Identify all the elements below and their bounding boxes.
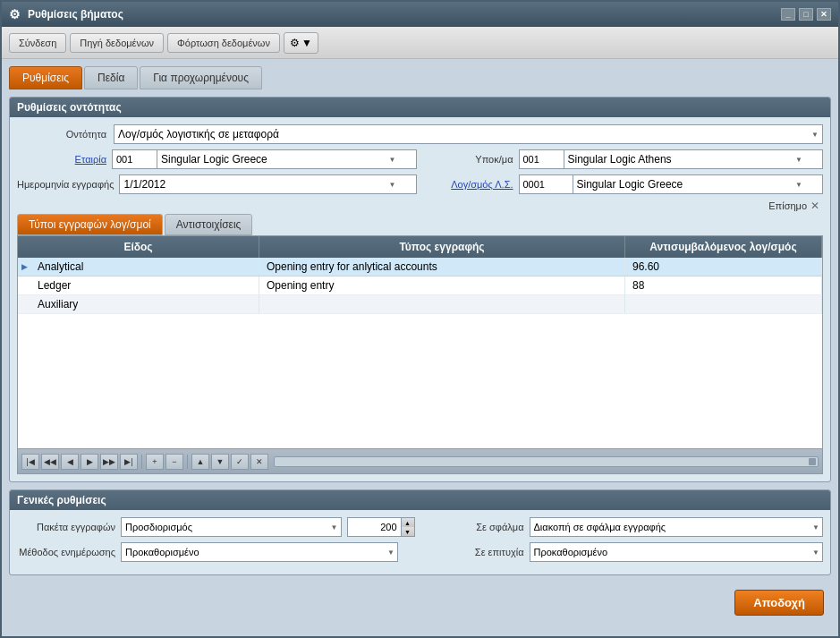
date-account-row: Ημερομηνία εγγραφής 1/1/2012 ▼ Λογ/σμός … xyxy=(17,174,823,194)
company-name-combo[interactable]: Singular Logic Greece ▼ xyxy=(157,149,417,169)
error-label: Σε σφάλμα xyxy=(426,522,524,532)
grid-col-counter: Αντισυμβαλόμενος λογ/σμός xyxy=(625,236,822,258)
spin-down-button[interactable]: ▼ xyxy=(402,527,414,536)
window-controls: _ □ ✕ xyxy=(781,8,831,21)
company-branch-row: Εταιρία 001 Singular Logic Greece ▼ Υποκ… xyxy=(17,149,823,169)
nav-separator-2 xyxy=(187,455,188,469)
branch-label: Υποκ/μα xyxy=(424,154,513,165)
entity-label: Οντότητα xyxy=(17,129,106,140)
official-row: Επίσημο ✕ xyxy=(17,200,823,214)
table-row[interactable]: ▶ Analytical Opening entry for anlytical… xyxy=(18,258,822,276)
accept-button[interactable]: Αποδοχή xyxy=(734,590,824,616)
nav-separator-1 xyxy=(141,455,142,469)
general-section-body: Πακέτα εγγραφών Προσδιορισμός 200 ▲ ▼ xyxy=(10,510,830,574)
entity-section-header: Ρυθμίσεις οντότητας xyxy=(10,98,830,117)
entity-section: Ρυθμίσεις οντότητας Οντότητα Λογ/σμός λο… xyxy=(9,97,831,482)
window-title: Ρυθμίσεις βήματος xyxy=(28,8,123,21)
inner-tabs: Τύποι εγγραφών λογ/σμοί Αντιστοιχίσεις xyxy=(17,214,823,235)
grid-cell-type: Opening entry xyxy=(259,276,625,294)
grid-cell-kind: Ledger xyxy=(30,276,259,294)
date-combo[interactable]: 1/1/2012 ▼ xyxy=(119,174,416,194)
tab-fields[interactable]: Πεδία xyxy=(84,66,138,89)
branch-code-input[interactable]: 001 xyxy=(519,149,564,169)
entity-section-body: Οντότητα Λογ/σμός λογιστικής σε μεταφορά… xyxy=(10,117,830,481)
title-bar: ⚙ Ρυθμίσεις βήματος _ □ ✕ xyxy=(2,2,838,27)
nav-prev-button[interactable]: ◀ xyxy=(61,454,79,470)
row-indicator: ▶ xyxy=(18,258,30,276)
nav-next-button[interactable]: ▶ xyxy=(81,454,98,470)
packet-combo[interactable]: Προσδιορισμός xyxy=(121,517,342,537)
nav-last-button[interactable]: ▶| xyxy=(120,454,138,470)
company-code-input[interactable]: 001 xyxy=(112,149,157,169)
grid-cell-kind: Analytical xyxy=(30,258,259,276)
table-row[interactable]: Ledger Opening entry 88 xyxy=(18,276,822,295)
official-close-icon[interactable]: ✕ xyxy=(810,200,819,212)
account-code-input[interactable]: 0001 xyxy=(519,174,573,194)
general-row-2: Μέθοδος ενημέρωσης Προκαθορισμένο Σε επι… xyxy=(17,542,823,562)
date-label: Ημερομηνία εγγραφής xyxy=(17,179,114,190)
error-combo[interactable]: Διακοπή σε σφάλμα εγγραφής xyxy=(530,517,824,537)
main-content: Ρυθμίσεις Πεδία Για προχωρημένους Ρυθμίσ… xyxy=(2,59,838,630)
gear-dropdown-arrow: ▼ xyxy=(301,37,312,49)
branch-name-combo[interactable]: Singular Logic Athens ▼ xyxy=(564,149,824,169)
tab-settings[interactable]: Ρυθμίσεις xyxy=(9,66,82,89)
connect-button[interactable]: Σύνδεση xyxy=(9,33,66,53)
account-combo-arrow: ▼ xyxy=(795,181,802,189)
inner-tab-mappings[interactable]: Αντιστοιχίσεις xyxy=(165,214,253,235)
data-source-button[interactable]: Πηγή δεδομένων xyxy=(70,33,164,53)
official-label: Επίσημο xyxy=(768,200,807,211)
entity-row: Οντότητα Λογ/σμός λογιστικής σε μεταφορά… xyxy=(17,124,823,144)
grid-col-kind: Είδος xyxy=(18,236,259,258)
nav-cancel-button[interactable]: ✕ xyxy=(250,454,268,470)
nav-first-button[interactable]: |◀ xyxy=(21,454,39,470)
company-combo-arrow: ▼ xyxy=(389,156,396,164)
maximize-button[interactable]: □ xyxy=(799,8,813,21)
grid-header: Είδος Τύπος εγγραφής Αντισυμβαλόμενος λο… xyxy=(18,236,822,258)
account-label[interactable]: Λογ/σμός Λ.Σ. xyxy=(424,179,513,190)
company-label[interactable]: Εταιρία xyxy=(17,154,106,165)
general-section: Γενικές ρυθμίσεις Πακέτα εγγραφών Προσδι… xyxy=(9,489,831,575)
gear-icon: ⚙ xyxy=(290,37,300,49)
nav-prev-set-button[interactable]: ◀◀ xyxy=(41,454,59,470)
general-row-1: Πακέτα εγγραφών Προσδιορισμός 200 ▲ ▼ xyxy=(17,517,823,537)
general-section-header: Γενικές ρυθμίσεις xyxy=(10,490,830,510)
packet-number-input[interactable]: 200 xyxy=(347,517,401,537)
packet-number-spin[interactable]: ▲ ▼ xyxy=(401,517,415,537)
grid-empty-area xyxy=(18,314,822,448)
nav-check-button[interactable]: ✓ xyxy=(231,454,249,470)
spin-up-button[interactable]: ▲ xyxy=(402,518,414,527)
grid-cell-counter: 88 xyxy=(625,276,822,294)
minimize-button[interactable]: _ xyxy=(781,8,795,21)
tab-advanced[interactable]: Για προχωρημένους xyxy=(140,66,262,89)
inner-tab-types[interactable]: Τύποι εγγραφών λογ/σμοί xyxy=(17,214,163,235)
data-grid: Είδος Τύπος εγγραφής Αντισυμβαλόμενος λο… xyxy=(17,235,823,474)
settings-gear-button[interactable]: ⚙ ▼ xyxy=(284,32,318,54)
load-data-button[interactable]: Φόρτωση δεδομένων xyxy=(167,33,280,53)
nav-next-set-button[interactable]: ▶▶ xyxy=(100,454,118,470)
grid-cell-kind: Auxiliary xyxy=(30,295,259,313)
grid-cell-counter: 96.60 xyxy=(625,258,822,276)
nav-remove-button[interactable]: − xyxy=(165,454,183,470)
grid-scrollbar-h[interactable] xyxy=(274,456,819,467)
grid-cell-type xyxy=(259,295,625,313)
nav-down-button[interactable]: ▼ xyxy=(211,454,229,470)
footer: Αποδοχή xyxy=(9,583,831,623)
nav-add-button[interactable]: + xyxy=(146,454,164,470)
success-combo[interactable]: Προκαθορισμένο xyxy=(530,542,824,562)
nav-up-button[interactable]: ▲ xyxy=(191,454,209,470)
packet-number-wrap: 200 ▲ ▼ xyxy=(347,517,415,537)
grid-cell-type: Opening entry for anlytical accounts xyxy=(259,258,625,276)
date-combo-arrow: ▼ xyxy=(389,181,396,189)
table-row[interactable]: Auxiliary xyxy=(18,295,822,314)
toolbar: Σύνδεση Πηγή δεδομένων Φόρτωση δεδομένων… xyxy=(2,27,838,59)
close-button[interactable]: ✕ xyxy=(817,8,831,21)
success-label: Σε επιτυχία xyxy=(426,547,524,557)
main-tabs: Ρυθμίσεις Πεδία Για προχωρημένους xyxy=(9,66,831,89)
grid-cell-counter xyxy=(625,295,822,313)
grid-body: ▶ Analytical Opening entry for anlytical… xyxy=(18,258,822,448)
update-combo[interactable]: Προκαθορισμένο xyxy=(121,542,398,562)
update-label: Μέθοδος ενημέρωσης xyxy=(17,547,115,557)
entity-combo[interactable]: Λογ/σμός λογιστικής σε μεταφορά ▼ xyxy=(114,124,823,144)
entity-combo-arrow: ▼ xyxy=(811,131,819,139)
account-name-combo[interactable]: Singular Logic Greece ▼ xyxy=(573,174,824,194)
